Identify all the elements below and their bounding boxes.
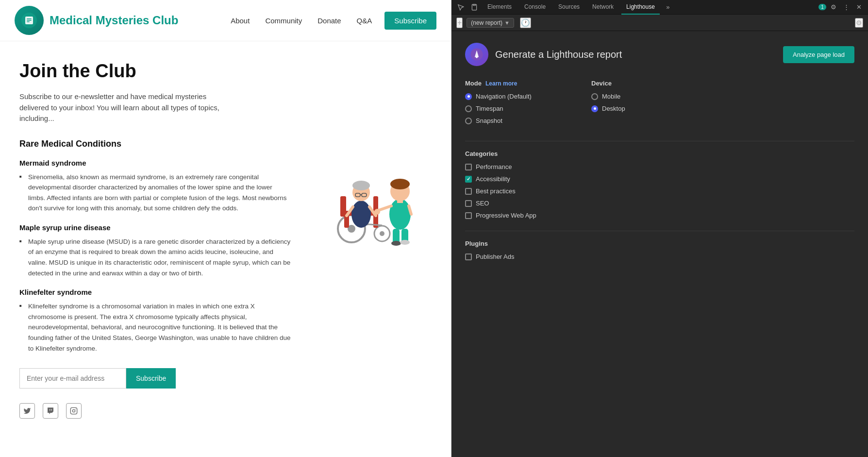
lh-cb-best-practices-indicator	[465, 188, 472, 195]
dt-report-select[interactable]: (new report) ▼	[467, 18, 514, 28]
dt-new-tab-icon[interactable]: +	[456, 17, 463, 28]
instagram-icon[interactable]	[66, 403, 82, 419]
lh-cb-accessibility-label: Accessibility	[476, 175, 510, 183]
svg-point-37	[374, 209, 380, 215]
nav-subscribe-button[interactable]: Subscribe	[384, 12, 436, 30]
lh-radio-mobile[interactable]: Mobile	[591, 93, 688, 100]
twitch-icon[interactable]	[43, 403, 58, 419]
lh-cb-seo-indicator	[465, 200, 472, 207]
lh-mode-col: Mode Learn more Navigation (Default) Tim…	[465, 80, 562, 129]
condition-2: Maple syrup urine disease Maple syrup ur…	[19, 223, 291, 278]
nav-community[interactable]: Community	[262, 17, 305, 25]
condition-3-body: Klinefelter syndrome is a chromosomal va…	[19, 301, 291, 354]
lighthouse-panel: Generate a Lighthouse report Analyze pag…	[451, 31, 868, 457]
lh-cb-seo[interactable]: SEO	[465, 200, 854, 207]
dt-panel-settings-btn[interactable]: ⚙	[855, 18, 863, 28]
lh-radio-timespan-indicator	[465, 105, 472, 112]
dt-badge: 1	[818, 4, 826, 10]
lh-analyze-button[interactable]: Analyze page load	[783, 46, 854, 63]
lh-cb-best-practices[interactable]: Best practices	[465, 187, 854, 195]
dt-kebab-btn[interactable]: ⋮	[841, 2, 851, 13]
dt-tab-console[interactable]: Console	[519, 0, 551, 15]
devtools-device-icon[interactable]	[469, 2, 480, 13]
nav-donate[interactable]: Donate	[315, 17, 344, 25]
divider-1	[465, 141, 854, 141]
lh-cb-publisher-ads-label: Publisher Ads	[476, 253, 515, 260]
lh-section-row: Mode Learn more Navigation (Default) Tim…	[465, 80, 854, 129]
nav-qa[interactable]: Q&A	[354, 17, 375, 25]
lh-header: Generate a Lighthouse report Analyze pag…	[465, 43, 854, 66]
lh-cb-performance-indicator	[465, 164, 472, 170]
devtools-topbar: Elements Console Sources Network Lightho…	[451, 0, 868, 15]
join-title: Join the Club	[19, 61, 432, 82]
svg-rect-3	[27, 20, 32, 21]
lh-categories-section: Categories Performance Accessibility Bes…	[465, 150, 854, 219]
lh-cb-accessibility[interactable]: Accessibility	[465, 175, 854, 183]
lh-header-left: Generate a Lighthouse report	[465, 43, 622, 66]
condition-1-title: Mermaid syndrome	[19, 159, 291, 167]
dt-tab-network[interactable]: Network	[587, 0, 618, 15]
condition-1-body: Sirenomelia, also known as mermaid syndr…	[19, 172, 291, 214]
lh-radio-navigation-indicator	[465, 93, 472, 100]
dt-close-btn[interactable]: ✕	[853, 2, 864, 13]
content-row: Rare Medical Conditions Mermaid syndrome…	[19, 139, 432, 419]
lh-cb-pwa-label: Progressive Web App	[476, 212, 536, 219]
svg-point-29	[390, 179, 410, 189]
svg-point-42	[476, 56, 478, 58]
dt-tab-elements[interactable]: Elements	[483, 0, 517, 15]
dt-tab-lighthouse[interactable]: Lighthouse	[621, 0, 660, 15]
lh-radio-snapshot-label: Snapshot	[476, 117, 502, 124]
svg-point-34	[400, 240, 410, 245]
join-subtitle: Subscribe to our e-newsletter and have m…	[19, 91, 233, 124]
lh-radio-desktop[interactable]: Desktop	[591, 105, 688, 112]
devtools-inspect-icon[interactable]	[455, 2, 466, 13]
dt-more-tabs-icon[interactable]: »	[663, 2, 673, 13]
lh-cb-accessibility-indicator	[465, 176, 472, 183]
lh-radio-mobile-label: Mobile	[602, 93, 620, 100]
lh-radio-navigation[interactable]: Navigation (Default)	[465, 93, 562, 100]
lh-cb-publisher-ads[interactable]: Publisher Ads	[465, 253, 854, 260]
lh-radio-timespan-label: Timespan	[476, 105, 503, 112]
divider-2	[465, 231, 854, 231]
dt-settings-btn[interactable]: ⚙	[828, 2, 839, 13]
svg-rect-2	[27, 18, 32, 19]
lh-title: Generate a Lighthouse report	[495, 49, 622, 60]
svg-point-11	[380, 231, 384, 236]
devtools-panel: Elements Console Sources Network Lightho…	[451, 0, 868, 457]
lh-radio-mobile-indicator	[591, 93, 598, 100]
site-logo-wrap: Medical Mysteries Club	[15, 6, 178, 35]
svg-point-21	[352, 181, 370, 190]
site-main: Join the Club Subscribe to our e-newslet…	[0, 41, 451, 438]
dt-history-btn[interactable]: 🕐	[520, 17, 531, 28]
nav-about[interactable]: About	[228, 17, 252, 25]
twitter-icon[interactable]	[19, 403, 35, 419]
lh-device-label: Device	[591, 80, 688, 87]
condition-1: Mermaid syndrome Sirenomelia, also known…	[19, 159, 291, 214]
lh-cb-pwa-indicator	[465, 212, 472, 219]
email-submit-button[interactable]: Subscribe	[126, 368, 176, 389]
svg-rect-15	[340, 196, 346, 217]
lh-radio-navigation-label: Navigation (Default)	[476, 93, 532, 100]
website-panel: Medical Mysteries Club About Community D…	[0, 0, 451, 457]
lh-cb-performance[interactable]: Performance	[465, 163, 854, 170]
condition-3-title: Klinefelter syndrome	[19, 288, 291, 296]
lh-radio-snapshot-indicator	[465, 118, 472, 124]
lh-mode-device-section: Mode Learn more Navigation (Default) Tim…	[465, 80, 854, 129]
svg-point-27	[389, 199, 411, 230]
lh-mode-label: Mode Learn more	[465, 80, 562, 87]
rare-section-title: Rare Medical Conditions	[19, 139, 291, 149]
lh-radio-desktop-indicator	[591, 105, 598, 112]
lh-cb-pwa[interactable]: Progressive Web App	[465, 212, 854, 219]
site-title: Medical Mysteries Club	[50, 14, 178, 27]
email-input[interactable]	[19, 368, 126, 389]
lh-radio-snapshot[interactable]: Snapshot	[465, 117, 562, 124]
svg-point-19	[351, 201, 371, 228]
illustration	[305, 139, 432, 246]
dt-tab-sources[interactable]: Sources	[553, 0, 584, 15]
lh-logo	[465, 43, 488, 66]
lh-cb-seo-label: SEO	[476, 200, 489, 207]
lh-radio-timespan[interactable]: Timespan	[465, 105, 562, 112]
lh-categories-label: Categories	[465, 150, 854, 157]
svg-point-7	[75, 409, 76, 409]
lh-learn-more-link[interactable]: Learn more	[485, 80, 517, 87]
